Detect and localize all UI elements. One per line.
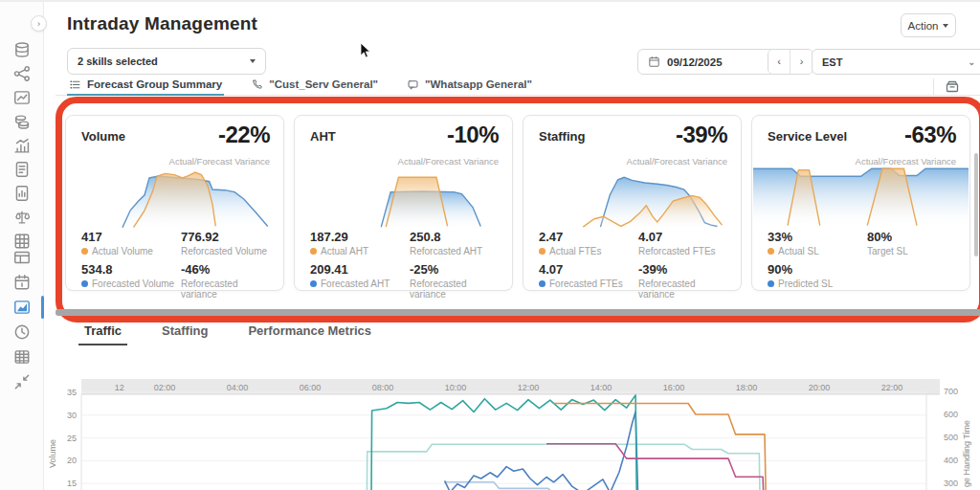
next-day-button[interactable]: › [791,50,813,74]
sidebar-item-report[interactable] [12,160,32,179]
date-nav: ‹ › [768,49,813,75]
card-stat: -39%Reforecasted variance [638,263,733,300]
skills-dropdown[interactable]: 2 skills selected [67,48,266,75]
svg-text:10:00: 10:00 [445,383,467,392]
view-separator [933,78,934,95]
stat-label: Reforecasted variance [181,278,276,300]
sidebar-item-scale[interactable] [12,208,32,227]
sidebar-item-area-chart[interactable] [12,298,32,317]
svg-text:30: 30 [67,411,77,420]
area-chart-icon [12,298,32,317]
stat-label: Reforecasted variance [410,278,504,300]
card-stat: 209.41Forecasted AHT [310,263,410,300]
timezone-dropdown[interactable]: EST ⌄ [812,49,980,75]
report-icon [12,160,32,179]
legend-dot-icon [81,248,88,255]
svg-text:ge Handling Time: ge Handling Time [962,420,971,487]
section-scrollbar[interactable] [56,309,980,316]
stat-value: 90% [768,263,867,277]
caret-down-icon [250,59,256,63]
summary-card-staffing: Staffing-39%Actual/Forecast Variance2.47… [523,115,742,291]
action-button-label: Action [908,20,939,32]
card-sparkline [118,167,276,229]
sidebar [0,2,44,490]
card-stat: 417Actual Volume [81,231,181,256]
page-title: Intraday Management [67,13,257,34]
card-stat: 4.07Reforcasted FTEs [638,231,733,256]
card-variance-label: Actual/Forecast Variance [627,156,727,167]
scale-icon [12,208,32,227]
svg-text:20: 20 [67,456,77,465]
sidebar-item-calendar[interactable] [12,273,32,292]
sparkline-chart [346,167,504,229]
prev-day-button[interactable]: ‹ [768,50,791,74]
forecast-tab-0[interactable]: Forecast Group Summary [67,78,224,96]
section-tab-performance-metrics[interactable]: Performance Metrics [242,323,377,345]
svg-text:20:00: 20:00 [809,383,831,392]
date-picker[interactable]: 09/12/2025 [637,49,777,75]
card-title: Staffing [539,129,585,144]
sidebar-item-share-network[interactable] [12,64,32,83]
database-icon [12,40,32,59]
card-stats: 417Actual Volume776.92Reforcasted Volume… [81,231,276,300]
vertical-scrollbar-thumb[interactable] [974,153,978,256]
stat-label: Forecasted FTEs [539,278,638,289]
card-stats: 2.47Actual FTEs4.07Reforcasted FTEs4.07F… [539,231,733,300]
forecast-tab-label: "Whatsapp General" [425,78,532,90]
sidebar-item-table[interactable] [12,347,32,367]
clock-icon [12,323,32,342]
stat-label: Forecasted AHT [310,278,410,289]
svg-text:700: 700 [944,387,958,396]
card-sparkline [575,167,733,229]
svg-text:04:00: 04:00 [227,383,249,392]
card-view-toggle-button[interactable] [944,78,961,95]
svg-text:06:00: 06:00 [300,383,322,392]
sidebar-item-document[interactable] [12,184,32,203]
stat-value: 187.29 [310,231,410,244]
sidebar-item-shrink-arrows[interactable] [12,372,32,391]
sidebar-item-coins[interactable] [12,112,32,131]
stat-value: 534.8 [81,263,181,277]
summary-card-aht: AHT-10%Actual/Forecast Variance187.29Act… [294,115,513,291]
svg-text:25: 25 [67,434,77,443]
legend-dot-icon [310,280,317,287]
series-reforecasted-volume-teal [371,395,638,490]
legend-dot-icon [768,248,774,255]
sidebar-item-kanban[interactable] [12,248,32,267]
card-stat: -25%Reforecasted variance [410,263,504,300]
svg-text:16:00: 16:00 [663,383,685,392]
section-tab-bar: TrafficStaffingPerformance Metrics [78,323,377,345]
sidebar-item-clock[interactable] [12,323,32,342]
kanban-icon [12,248,32,267]
card-stats: 33%Actual SL80%Target SL90%Predicted SL [768,231,962,289]
sidebar-item-chart-growth[interactable] [12,136,32,155]
sidebar-expand-button[interactable]: › [31,15,47,32]
card-sparkline [753,164,969,227]
svg-text:600: 600 [944,410,958,419]
app-root: › Intraday Management Action 2 skills se… [0,0,980,490]
card-title: AHT [310,129,336,144]
archive-box-icon [944,78,961,95]
list-icon [69,78,81,91]
forecast-tab-1[interactable]: "Cust_Serv General" [249,78,380,96]
section-tab-staffing[interactable]: Staffing [156,323,213,345]
forecast-tab-2[interactable]: "Whatsapp General" [405,78,534,96]
skills-dropdown-value: 2 skills selected [78,56,158,67]
sidebar-item-trend-box[interactable] [12,88,32,107]
svg-text:15: 15 [67,479,77,488]
sidebar-item-database[interactable] [12,40,32,59]
card-variance: -63% [904,122,956,148]
chevron-right-icon: › [37,19,40,29]
document-icon [12,184,32,203]
chevron-down-icon: ⌄ [968,57,975,67]
traffic-line-chart: 1202:0004:0006:0008:0010:0012:0014:0016:… [43,377,980,490]
stat-label: Reforecasted variance [638,278,733,300]
date-value: 09/12/2025 [667,56,723,68]
card-title: Volume [81,129,125,144]
card-stat: 534.8Forecasted Volume [81,263,181,300]
section-tab-traffic[interactable]: Traffic [78,323,127,345]
action-button[interactable]: Action [901,13,956,37]
coins-icon [12,112,32,131]
stat-label: Actual Volume [81,246,181,256]
shrink-arrows-icon [12,372,32,391]
